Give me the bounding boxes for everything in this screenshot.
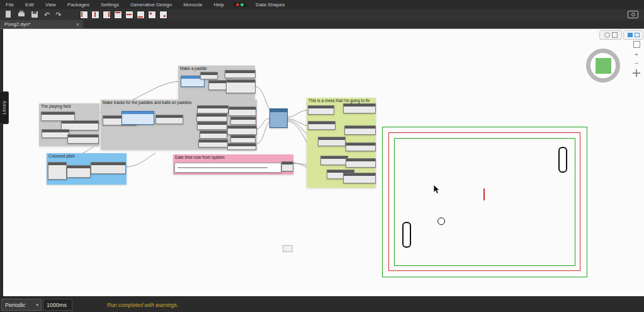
tab-pong2[interactable]: Pong2.dyn* × [0, 20, 83, 28]
align-center-x-icon[interactable] [91, 11, 99, 19]
group-make-tracks[interactable]: Make tracks for the paddles and balls on… [101, 100, 257, 150]
background-preview-widget[interactable] [586, 49, 620, 83]
node[interactable] [67, 165, 91, 178]
mouse-cursor [433, 185, 441, 197]
node[interactable] [227, 125, 257, 135]
tab-bar: Pong2.dyn* × [0, 20, 644, 29]
node[interactable] [200, 72, 218, 79]
distribute-x-icon[interactable] [148, 11, 156, 19]
node[interactable] [226, 79, 256, 93]
group-playing-field[interactable]: The playing field [39, 103, 99, 146]
group-date-time[interactable]: Date time now from system [173, 154, 293, 175]
file-actions: ↶ ↷ [4, 11, 61, 18]
menu-view[interactable]: View [40, 2, 62, 8]
library-label: Library [2, 101, 6, 114]
node[interactable] [155, 115, 183, 124]
group-title: Date time now from system [175, 155, 225, 159]
align-left-icon[interactable] [80, 11, 88, 19]
run-state-indicator[interactable] [234, 3, 246, 7]
node[interactable] [229, 107, 256, 116]
run-status-text: Run completed with warnings. [107, 302, 178, 308]
dynamo-window: File Edit View Packages Settings Generat… [0, 0, 644, 312]
node[interactable] [41, 112, 75, 121]
group-mess-to-fix[interactable]: This is a mess that i'm going to fix [307, 98, 376, 188]
undo-icon[interactable]: ↶ [44, 11, 50, 18]
new-file-icon[interactable] [4, 11, 12, 18]
red-dot-icon [236, 3, 239, 6]
zoom-fit-button[interactable] [633, 41, 640, 48]
zoom-in-button[interactable]: + [632, 50, 641, 59]
workspace-canvas[interactable]: Make a paddle The playing field Make tra… [0, 28, 644, 296]
group-title: This is a mess that i'm going to fix [308, 98, 370, 103]
node[interactable] [346, 142, 376, 151]
green-dot-icon [240, 3, 244, 6]
node[interactable] [121, 111, 154, 125]
code-block-node[interactable] [174, 163, 281, 173]
group-title: The playing field [41, 104, 71, 108]
tab-title: Pong2.dyn* [0, 21, 76, 27]
menu-monocle[interactable]: Monocle [178, 2, 208, 8]
group-title: Coloured pitch [48, 154, 75, 158]
collapsed-note[interactable] [283, 245, 293, 252]
redo-icon[interactable]: ↷ [55, 11, 61, 18]
distribute-y-icon[interactable] [159, 11, 167, 19]
menu-edit[interactable]: Edit [20, 2, 40, 8]
graph-view-toggle[interactable] [623, 30, 643, 40]
library-panel-toggle[interactable]: Library [0, 91, 9, 124]
field-inner-boundary [394, 138, 575, 266]
node[interactable] [42, 129, 69, 138]
tab-close-icon[interactable]: × [76, 21, 83, 28]
export-screenshot-icon[interactable] [628, 11, 638, 18]
menu-data-shapes[interactable]: Data Shapes [250, 2, 290, 8]
node[interactable] [200, 130, 227, 139]
node[interactable] [320, 156, 348, 165]
node[interactable] [308, 105, 334, 115]
menu-settings[interactable]: Settings [95, 2, 125, 8]
align-right-icon[interactable] [103, 11, 111, 19]
node[interactable] [197, 122, 227, 130]
node[interactable] [346, 158, 376, 168]
node[interactable] [308, 121, 336, 130]
zoom-out-button[interactable]: − [632, 59, 641, 68]
run-interval-value: 1000ms [43, 302, 67, 308]
node[interactable] [197, 105, 229, 113]
group-coloured-pitch[interactable]: Coloured pitch [47, 153, 127, 185]
run-interval-input[interactable]: 1000ms [43, 299, 72, 311]
node[interactable] [48, 162, 67, 180]
align-bottom-icon[interactable] [137, 11, 145, 19]
menu-bar: File Edit View Packages Settings Generat… [0, 0, 644, 9]
node[interactable] [343, 103, 376, 113]
left-edge-strip [0, 28, 3, 296]
node[interactable] [230, 117, 256, 125]
menu-help[interactable]: Help [208, 2, 229, 8]
node[interactable] [318, 137, 346, 146]
menu-packages[interactable]: Packages [62, 2, 95, 8]
node[interactable] [344, 125, 376, 135]
pan-button[interactable] [632, 69, 641, 78]
node[interactable] [227, 143, 256, 150]
node[interactable] [230, 135, 256, 143]
menu-generative-design[interactable]: Generative Design [125, 2, 178, 8]
group-make-a-paddle[interactable]: Make a paddle [178, 66, 255, 101]
node[interactable] [198, 139, 228, 147]
group-title: Make tracks for the paddles and balls on… [103, 100, 191, 105]
run-mode-value: Periodic [2, 302, 36, 308]
paddle-left [402, 222, 411, 248]
menu-file[interactable]: File [0, 2, 20, 8]
status-bar: Periodic ▾ 1000ms Run completed with war… [0, 296, 644, 312]
node-align-tools [80, 11, 167, 19]
align-center-y-icon[interactable] [125, 11, 133, 19]
open-file-icon[interactable] [18, 11, 25, 18]
save-icon[interactable] [31, 11, 38, 18]
node[interactable] [91, 162, 126, 174]
node[interactable] [67, 134, 99, 144]
node[interactable] [196, 113, 227, 122]
node[interactable] [343, 173, 376, 183]
watch-node[interactable] [269, 108, 288, 128]
align-top-icon[interactable] [114, 11, 122, 19]
node[interactable] [281, 161, 293, 171]
run-mode-dropdown[interactable]: Periodic ▾ [1, 299, 42, 311]
node[interactable] [225, 70, 256, 78]
toolbar: ↶ ↷ [0, 9, 644, 20]
geometry-view-toggle[interactable] [599, 30, 622, 40]
